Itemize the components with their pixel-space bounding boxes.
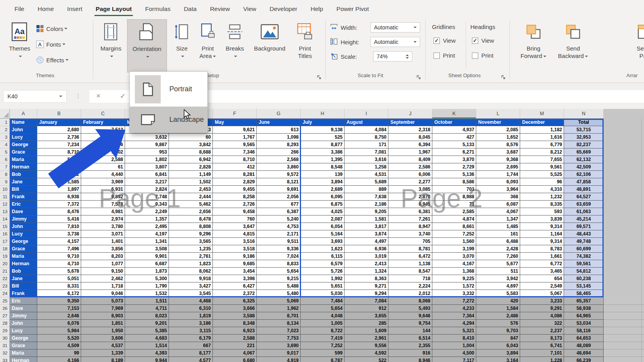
cell[interactable]: 8,348 (213, 320, 257, 327)
cell[interactable]: 7,419 (301, 335, 345, 342)
cell[interactable]: 4,500 (432, 349, 476, 357)
tab-home[interactable]: Home (31, 0, 60, 18)
cell[interactable]: 2,695 (476, 163, 520, 171)
cell[interactable]: 6,875 (301, 201, 345, 208)
cell[interactable]: 2,486 (476, 312, 520, 320)
cell[interactable]: 4,233 (432, 305, 476, 312)
cell-total[interactable]: 58,938 (564, 305, 604, 312)
cell[interactable]: 6,787 (301, 357, 345, 362)
cell[interactable]: 4,537 (81, 342, 125, 349)
cell[interactable]: 2,237 (520, 327, 564, 335)
cell[interactable]: 5,480 (257, 290, 301, 297)
cell[interactable]: 4,753 (257, 223, 301, 230)
cell[interactable]: 1,485 (476, 223, 520, 230)
cell[interactable]: 9,556 (345, 342, 388, 349)
checkbox-unchecked-icon[interactable] (472, 52, 478, 59)
cell[interactable]: 9,291 (520, 305, 564, 312)
column-header-I[interactable]: I (345, 109, 388, 118)
cell[interactable]: 8,833 (257, 260, 301, 268)
cell[interactable]: 5,651 (301, 282, 345, 290)
menu-item-landscape[interactable]: Landscape (130, 107, 207, 132)
cell[interactable]: 576 (476, 320, 520, 327)
cell[interactable]: 6,680 (213, 357, 257, 362)
cell[interactable]: 3,070 (432, 253, 476, 260)
cell[interactable]: 6,945 (388, 201, 432, 208)
cell-name[interactable]: George (10, 238, 37, 245)
cell[interactable]: 60 (169, 134, 213, 141)
cell[interactable]: 4,167 (432, 260, 476, 268)
cell[interactable]: 8,903 (81, 312, 125, 320)
cell[interactable]: 3,454 (213, 268, 257, 275)
cell[interactable]: 6,179 (169, 335, 213, 342)
cell[interactable]: 2,186 (345, 201, 388, 208)
cell[interactable]: 7,512 (81, 126, 125, 134)
cell[interactable]: 6,938 (37, 193, 81, 201)
checkbox-checked-icon[interactable]: ✓ (434, 38, 440, 44)
headings-print-checkbox[interactable]: Print (472, 52, 493, 59)
tab-developer[interactable]: Developer (263, 0, 304, 18)
cell[interactable]: 161 (476, 230, 520, 238)
cell[interactable]: 7,153 (37, 305, 81, 312)
cell[interactable]: 7,272 (432, 297, 476, 305)
cell[interactable]: 8,586 (432, 178, 476, 186)
cell[interactable]: 6,271 (432, 148, 476, 156)
header-cell[interactable]: July (301, 119, 345, 126)
cell[interactable]: 4,197 (125, 230, 169, 238)
cell[interactable]: 6,936 (345, 245, 388, 253)
cell-total[interactable]: 62,106 (564, 171, 604, 178)
cell[interactable]: 7,484 (301, 297, 345, 305)
print-area-button[interactable]: Print Area (194, 19, 221, 72)
cell[interactable]: 1,502 (169, 178, 213, 186)
cell[interactable]: 3,817 (345, 223, 388, 230)
cell-name[interactable]: Grace (10, 245, 37, 253)
cell[interactable]: 522 (345, 357, 388, 362)
cell[interactable]: 9,703 (476, 327, 520, 335)
cell[interactable]: 7,024 (257, 253, 301, 260)
cell[interactable]: 7,261 (388, 215, 432, 223)
cell[interactable]: 3,894 (301, 178, 345, 186)
cell[interactable]: 3,217 (125, 178, 169, 186)
cell[interactable]: 8,258 (213, 193, 257, 201)
column-header-G[interactable]: G (257, 109, 301, 118)
cell-total[interactable]: 58,116 (564, 327, 604, 335)
cell[interactable]: 61 (81, 163, 125, 171)
cell-total[interactable]: 53,145 (564, 282, 604, 290)
cell[interactable]: 3,842 (169, 141, 213, 148)
cell-total[interactable]: 62,132 (564, 156, 604, 163)
cell[interactable]: 3,666 (213, 305, 257, 312)
row-number[interactable]: 4 (0, 141, 10, 148)
row-number[interactable]: 11 (0, 193, 10, 201)
cell[interactable]: 9,150 (81, 268, 125, 275)
cell[interactable]: 9,343 (125, 201, 169, 208)
cell-name[interactable]: John (10, 223, 37, 230)
cell[interactable]: 4,048 (301, 312, 345, 320)
cell[interactable]: 3,693 (301, 238, 345, 245)
cell[interactable]: 1,992 (301, 275, 345, 282)
cell[interactable]: 8,576 (476, 141, 520, 148)
cell[interactable]: 9,918 (169, 275, 213, 282)
column-header-B[interactable]: B (37, 109, 81, 118)
cell[interactable]: 3,942 (476, 275, 520, 282)
cell[interactable]: 8,946 (388, 357, 432, 362)
cell[interactable]: 1,560 (432, 238, 476, 245)
cell[interactable]: 4,874 (432, 215, 476, 223)
cell[interactable]: 6,115 (301, 253, 345, 260)
cell[interactable]: 1,511 (125, 297, 169, 305)
cell-name[interactable]: Dave (10, 208, 37, 215)
row-number[interactable]: 5 (0, 148, 10, 156)
cell[interactable]: 4,531 (345, 171, 388, 178)
cell[interactable]: 7,117 (432, 357, 476, 362)
cell[interactable]: 511 (476, 268, 520, 275)
checkbox-unchecked-icon[interactable] (434, 52, 440, 59)
cell[interactable]: 8,203 (81, 253, 125, 260)
cell[interactable]: 8,409 (388, 156, 432, 163)
cell[interactable]: 3,780 (81, 223, 125, 230)
cell[interactable]: 2,453 (169, 186, 213, 193)
cell[interactable]: 285 (345, 320, 388, 327)
cell[interactable]: 2,588 (213, 335, 257, 342)
header-cell[interactable]: June (257, 119, 301, 126)
header-cell[interactable]: November (476, 119, 520, 126)
cell[interactable]: 5,525 (520, 171, 564, 178)
cell[interactable]: 760 (213, 215, 257, 223)
cell[interactable]: 5,030 (301, 290, 345, 297)
